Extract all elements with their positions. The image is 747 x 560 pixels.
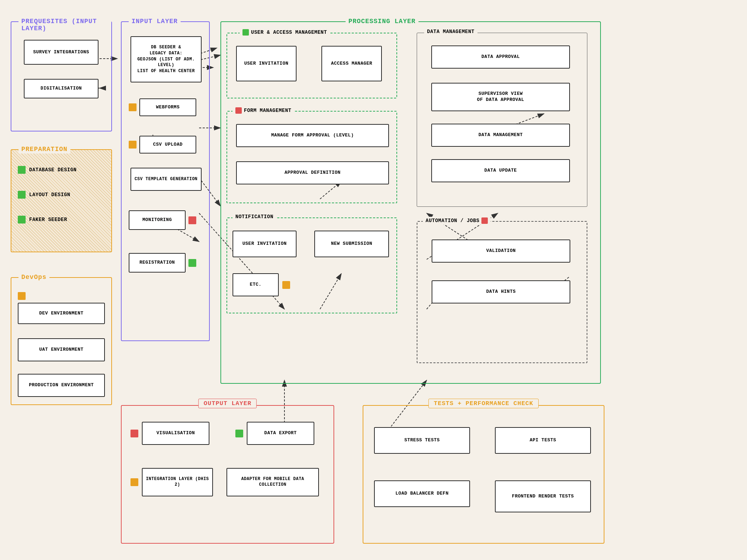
data-management-c-box: DATA MANAGEMENT xyxy=(431,124,570,147)
frontend-render-box: FRONTEND RENDER TESTS xyxy=(495,480,591,512)
monitoring-box: MONITORING xyxy=(129,210,186,230)
api-tests-box: API TESTS xyxy=(495,427,591,454)
input-layer: INPUT LAYER DB SEEDER &LEGACY DATA:GEOJS… xyxy=(121,21,210,341)
integration-layer-dot xyxy=(130,478,138,486)
data-update-box: DATA UPDATE xyxy=(431,159,570,182)
data-approval-box: DATA APPROVAL xyxy=(431,45,570,69)
validation-box: VALIDATION xyxy=(432,239,570,263)
new-submission-box: NEW SUBMISSION xyxy=(314,231,389,257)
data-management-title: DATA MANAGEMENT xyxy=(424,28,477,35)
manage-form-approval-box: MANAGE FORM APPROVAL (LEVEL) xyxy=(236,124,389,147)
registration-box: REGISTRATION xyxy=(129,253,186,273)
monitoring-dot xyxy=(188,216,196,224)
user-invitation-ua-box: USER INVITATION xyxy=(236,46,297,81)
tests-title: TESTS + PERFORMANCE CHECK xyxy=(428,399,539,408)
user-access-label: USER & ACCESS MANAGEMENT xyxy=(251,29,327,35)
user-access-box: USER & ACCESS MANAGEMENT USER INVITATION… xyxy=(226,33,397,98)
data-hints-box: DATA HINTS xyxy=(432,280,570,303)
etc-row: ETC. xyxy=(233,273,290,296)
dev-environment-box: DEV ENVIRONMENT xyxy=(18,303,105,324)
csv-template-box: CSV TEMPLATE GENERATION xyxy=(130,168,202,191)
form-management-title-row: FORM MANAGEMENT xyxy=(233,107,294,114)
csv-upload-row: CSV UPLOAD xyxy=(129,136,196,154)
data-export-row: DATA EXPORT xyxy=(235,422,314,445)
layout-design-dot xyxy=(18,191,26,199)
webforms-box: WEBFORMS xyxy=(139,98,196,116)
stress-tests-box: STRESS TESTS xyxy=(374,427,470,454)
database-design-row: DATABASE DESIGN xyxy=(18,166,77,174)
processing-layer: PROCESSING LAYER USER & ACCESS MANAGEMEN… xyxy=(220,21,601,384)
monitoring-row: MONITORING xyxy=(129,210,196,230)
visualisation-box: VISUALISATION xyxy=(142,422,209,445)
access-manager-box: ACCESS MANAGER xyxy=(321,46,382,81)
database-design-dot xyxy=(18,166,26,174)
automation-label: AUTOMATION / JOBS xyxy=(426,218,479,224)
diagram-container: PREQUESITES (INPUT LAYER) SURVEY INTEGRA… xyxy=(0,0,747,560)
integration-layer-box: INTEGRATION LAYER (DHIS 2) xyxy=(142,468,213,496)
approval-definition-box: APPROVAL DEFINITION xyxy=(236,161,389,184)
etc-box: ETC. xyxy=(233,273,279,296)
devops-title: DevOps xyxy=(18,273,49,281)
user-access-dot xyxy=(242,29,249,36)
production-environment-box: PRODUCTION ENVIRONMENT xyxy=(18,374,105,397)
automation-box: AUTOMATION / JOBS VALIDATION DATA HINTS xyxy=(417,221,587,363)
csv-upload-box: CSV UPLOAD xyxy=(139,136,196,154)
data-export-box: DATA EXPORT xyxy=(247,422,314,445)
processing-title: PROCESSING LAYER xyxy=(346,17,418,26)
tests-layer: TESTS + PERFORMANCE CHECK STRESS TESTS A… xyxy=(363,405,604,544)
output-layer: OUTPUT LAYER VISUALISATION DATA EXPORT I… xyxy=(121,405,334,544)
data-export-dot xyxy=(235,430,243,437)
input-layer-title: INPUT LAYER xyxy=(129,17,181,26)
form-management-label: FORM MANAGEMENT xyxy=(244,108,292,113)
webforms-dot xyxy=(129,103,137,111)
devops-dot-row xyxy=(18,292,26,300)
visualisation-dot xyxy=(130,430,138,437)
database-design-label: DATABASE DESIGN xyxy=(29,167,77,173)
digitalisation-box: DIGITALISATION xyxy=(24,79,98,98)
adapter-mobile-box: ADAPTER FOR MOBILE DATA COLLECTION xyxy=(226,468,319,496)
preparation-layer: PREPARATION DATABASE DESIGN LAYOUT DESIG… xyxy=(11,149,112,252)
csv-upload-dot xyxy=(129,141,137,149)
form-management-box: FORM MANAGEMENT MANAGE FORM APPROVAL (LE… xyxy=(226,111,397,203)
devops-dot xyxy=(18,292,26,300)
db-seeder-box: DB SEEDER &LEGACY DATA:GEOJSON (LIST OF … xyxy=(130,36,202,82)
notification-box: NOTIFICATION USER INVITATION NEW SUBMISS… xyxy=(226,217,397,313)
data-management-outer-box: DATA MANAGEMENT DATA APPROVAL SUPERVISOR… xyxy=(417,33,587,207)
visualisation-row: VISUALISATION xyxy=(130,422,209,445)
layout-design-row: LAYOUT DESIGN xyxy=(18,191,70,199)
prerequisites-layer: PREQUESITES (INPUT LAYER) SURVEY INTEGRA… xyxy=(11,21,112,131)
registration-dot xyxy=(188,259,196,267)
automation-dot xyxy=(481,217,488,224)
integration-layer-row: INTEGRATION LAYER (DHIS 2) xyxy=(130,468,213,496)
automation-title-row: AUTOMATION / JOBS xyxy=(423,217,491,225)
load-balancer-box: LOAD BALANCER DEFN xyxy=(374,480,470,507)
user-invitation-n-box: USER INVITATION xyxy=(233,231,297,257)
webforms-row: WEBFORMS xyxy=(129,98,196,116)
output-title: OUTPUT LAYER xyxy=(198,399,257,408)
etc-dot xyxy=(282,281,290,289)
layout-design-label: LAYOUT DESIGN xyxy=(29,192,70,198)
devops-layer: DevOps DEV ENVIRONMENT UAT ENVIRONMENT P… xyxy=(11,277,112,405)
user-access-title-row: USER & ACCESS MANAGEMENT xyxy=(240,28,330,36)
uat-environment-box: UAT ENVIRONMENT xyxy=(18,338,105,361)
faker-seeder-row: FAKER SEEDER xyxy=(18,216,67,224)
preparation-title: PREPARATION xyxy=(18,145,70,154)
supervisor-view-box: SUPERVISOR VIEWOF DATA APPROVAL xyxy=(431,83,570,111)
notification-label: NOTIFICATION xyxy=(233,213,276,220)
registration-row: REGISTRATION xyxy=(129,253,196,273)
prerequisites-title: PREQUESITES (INPUT LAYER) xyxy=(18,17,111,33)
faker-seeder-label: FAKER SEEDER xyxy=(29,217,67,222)
survey-integrations-box: SURVEY INTEGRATIONS xyxy=(24,40,98,65)
form-management-dot xyxy=(235,107,242,114)
faker-seeder-dot xyxy=(18,216,26,224)
